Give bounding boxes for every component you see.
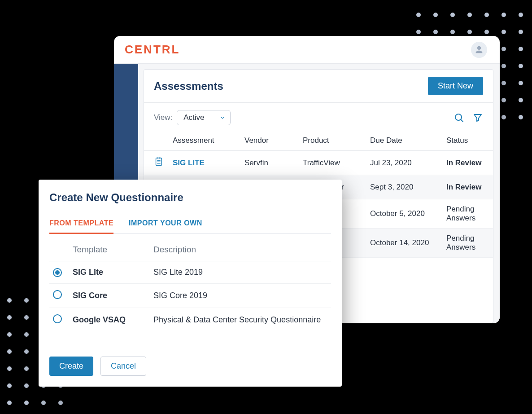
col-vendor: Vendor [240, 131, 298, 151]
vendor-cell: Servfin [240, 151, 298, 175]
product-cell: TrafficView [298, 151, 366, 175]
modal-title: Create New Questionnaire [49, 191, 331, 204]
template-name: Google VSAQ [69, 308, 150, 332]
tpl-col-description: Description [150, 237, 331, 261]
modal-actions: Create Cancel [49, 357, 331, 376]
view-select-value: Active [183, 113, 204, 122]
template-description: Physical & Data Center Security Question… [150, 308, 331, 332]
search-icon[interactable] [454, 112, 464, 123]
view-label: View: [154, 113, 172, 122]
table-header-row: Assessment Vendor Product Due Date Statu… [144, 131, 493, 151]
template-description: SIG Lite 2019 [150, 261, 331, 284]
due-cell: October 14, 2020 [366, 229, 442, 258]
template-name: SIG Lite [69, 261, 150, 284]
toolbar-icons [454, 112, 483, 123]
due-cell: Sept 3, 2020 [366, 175, 442, 199]
col-product: Product [298, 131, 366, 151]
create-button[interactable]: Create [49, 357, 93, 376]
template-radio[interactable] [53, 268, 62, 277]
tpl-col-template: Template [69, 237, 150, 261]
document-icon [154, 156, 164, 167]
template-radio[interactable] [53, 314, 62, 323]
view-filter: View: Active [154, 110, 231, 125]
template-row[interactable]: Google VSAQ Physical & Data Center Secur… [49, 308, 331, 332]
cancel-button[interactable]: Cancel [100, 357, 146, 376]
svg-line-1 [461, 119, 463, 122]
svg-rect-3 [157, 157, 158, 159]
status-cell: Pending Answers [442, 199, 493, 229]
toolbar: View: Active [144, 103, 493, 131]
template-description: SIG Core 2019 [150, 284, 331, 308]
status-cell: In Review [442, 175, 493, 199]
panel-header: Assessments Start New [144, 70, 493, 103]
brand-logo: CENTRL [125, 43, 180, 57]
due-cell: Jul 23, 2020 [366, 151, 442, 175]
template-radio[interactable] [53, 290, 62, 299]
template-row[interactable]: SIG Core SIG Core 2019 [49, 284, 331, 308]
due-cell: October 5, 2020 [366, 199, 442, 229]
template-row[interactable]: SIG Lite SIG Lite 2019 [49, 261, 331, 284]
col-status: Status [442, 131, 493, 151]
status-cell: Pending Answers [442, 229, 493, 258]
template-name: SIG Core [69, 284, 150, 308]
tab-from-template[interactable]: FROM TEMPLATE [49, 216, 113, 233]
tab-import-own[interactable]: IMPORT YOUR OWN [129, 216, 202, 233]
status-cell: In Review [442, 151, 493, 175]
table-row[interactable]: SIG LITE Servfin TrafficView Jul 23, 202… [144, 151, 493, 175]
start-new-button[interactable]: Start New [428, 77, 483, 95]
templates-table: Template Description SIG Lite SIG Lite 2… [49, 237, 331, 332]
user-icon [474, 45, 484, 55]
avatar[interactable] [471, 42, 487, 58]
filter-icon[interactable] [472, 112, 483, 123]
chevron-down-icon [219, 115, 226, 121]
titlebar: CENTRL [114, 36, 500, 64]
svg-rect-4 [159, 157, 161, 159]
create-questionnaire-modal: Create New Questionnaire FROM TEMPLATE I… [39, 180, 342, 387]
col-due: Due Date [366, 131, 442, 151]
modal-tabs: FROM TEMPLATE IMPORT YOUR OWN [49, 216, 331, 234]
assessment-link[interactable]: SIG LITE [173, 159, 205, 167]
page-title: Assessments [154, 80, 223, 92]
row-icon-cell [144, 151, 168, 175]
view-select[interactable]: Active [177, 110, 231, 125]
col-assessment: Assessment [168, 131, 240, 151]
